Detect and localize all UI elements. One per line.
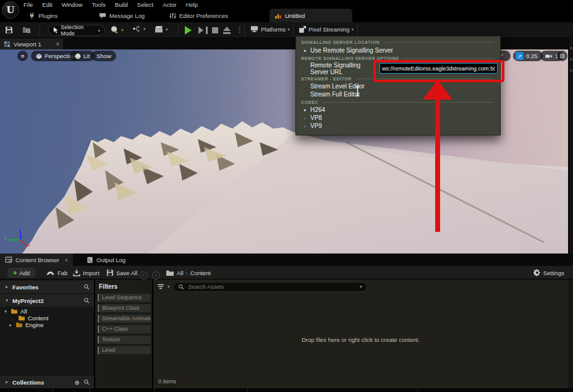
bottom-dock-tab-bar: Content Browser × Output Log — [0, 254, 573, 266]
save-button[interactable] — [5, 26, 13, 34]
menu-build[interactable]: Build — [115, 1, 128, 8]
filter-level-sequence[interactable]: Level Sequence — [98, 294, 151, 302]
tab-viewport-1[interactable]: Viewport 1 × — [0, 38, 63, 49]
close-icon[interactable]: × — [56, 41, 59, 48]
asset-tab-bar: Plugins Message Log Editor Preferences U… — [0, 9, 573, 22]
item-count: 0 items — [158, 378, 176, 385]
empty-folder-message: Drop files here or right click to create… — [153, 336, 568, 343]
cinematics-dropdown[interactable]: ▾ — [155, 25, 168, 33]
search-icon[interactable] — [83, 284, 90, 290]
level-chart-icon — [274, 12, 282, 19]
chevron-down-icon: ▾ — [98, 28, 100, 33]
clapperboard-icon — [155, 25, 164, 33]
menu-help[interactable]: Help — [185, 1, 198, 8]
sliders-icon — [169, 12, 176, 19]
menu-item-stream-full-editor[interactable]: Stream Full Editor — [296, 90, 500, 98]
blueprints-dropdown[interactable]: ▾ — [132, 25, 146, 32]
filter-blueprint-class[interactable]: Blueprint Class — [98, 304, 151, 312]
menu-item-use-remote-signalling[interactable]: ● Use Remote Signalling Server — [296, 46, 500, 54]
tab-plugins[interactable]: Plugins — [23, 9, 62, 22]
folder-icon — [18, 315, 25, 321]
tab-untitled[interactable]: Untitled — [270, 9, 352, 22]
menu-item-codec-vp8[interactable]: ● VP8 — [296, 114, 500, 122]
browse-content-button[interactable] — [22, 26, 31, 34]
menu-window[interactable]: Window — [62, 1, 83, 8]
menu-item-codec-h264[interactable]: ● H264 — [296, 106, 500, 114]
cursor-icon — [53, 27, 58, 34]
filter-cpp-class[interactable]: C++ Class — [98, 325, 151, 333]
radio-on-icon: ● — [303, 108, 310, 112]
eject-button[interactable] — [223, 27, 231, 34]
folder-icon — [166, 270, 174, 276]
unreal-logo: U — [2, 1, 19, 19]
content-browser-toolbar: + Add Fab Import Save All ‹ › All › Cont… — [0, 266, 573, 279]
add-actor-dropdown[interactable]: + ▾ — [110, 25, 124, 35]
maximize-viewport-button[interactable]: ⊞ — [557, 51, 567, 61]
show-dropdown[interactable]: Show — [91, 51, 116, 61]
import-button[interactable]: Import — [73, 266, 100, 279]
filter-texture[interactable]: Texture — [98, 336, 151, 344]
menu-edit[interactable]: Edit — [42, 1, 52, 8]
folder-search-icon — [22, 26, 31, 34]
skip-icon — [198, 27, 203, 34]
breadcrumb-current[interactable]: Content — [190, 270, 211, 276]
menu-select[interactable]: Select — [137, 1, 153, 8]
play-icon — [185, 26, 192, 35]
tab-content-browser[interactable]: Content Browser × — [0, 254, 73, 266]
tree-item-all[interactable]: ▾ All — [0, 308, 94, 315]
tree-item-engine[interactable]: ▸ Engine — [0, 322, 94, 328]
play-options-kebab[interactable]: ⋮ — [236, 25, 244, 34]
viewport-options-button[interactable]: ≡ — [17, 51, 28, 61]
scale-snap-icon: ↗ — [516, 52, 524, 60]
back-icon: ‹ — [143, 272, 145, 278]
axis-y-label: y — [4, 235, 7, 240]
search-icon[interactable] — [83, 379, 90, 385]
menu-tools[interactable]: Tools — [91, 1, 105, 8]
search-assets-input[interactable] — [187, 283, 357, 291]
menu-item-stream-level-editor[interactable]: Stream Level Editor — [296, 82, 500, 90]
collections-header[interactable]: ▸ Collections ⊕ — [0, 376, 94, 388]
radio-off-icon: ● — [303, 116, 310, 120]
axis-gizmo: z y x — [4, 226, 32, 247]
menu-item-codec-vp9[interactable]: ● VP9 — [296, 122, 500, 130]
status-bar — [0, 388, 573, 392]
filter-level[interactable]: Level — [98, 346, 151, 354]
add-collection-icon[interactable]: ⊕ — [75, 379, 80, 386]
filter-funnel-icon[interactable] — [157, 284, 164, 289]
fab-button[interactable]: Fab — [46, 266, 67, 279]
tab-message-log[interactable]: Message Log — [94, 9, 150, 22]
folder-icon — [11, 309, 18, 314]
platforms-dropdown[interactable]: Platforms ▾ — [250, 25, 290, 33]
asset-search-box[interactable]: ▾ — [173, 282, 367, 292]
eject-icon — [223, 27, 231, 31]
stop-button[interactable] — [212, 27, 218, 33]
settings-button[interactable]: Settings — [533, 266, 564, 279]
menu-actor[interactable]: Actor — [163, 1, 176, 8]
selection-mode-dropdown[interactable]: Selection Mode ▾ — [48, 25, 105, 36]
collapsed-side-panel[interactable] — [568, 38, 573, 254]
filters-title: Filters — [99, 283, 148, 290]
filter-streamable-animatic[interactable]: Streamable Animatic — [98, 315, 151, 323]
project-header[interactable]: ▾ MyProject2 — [0, 294, 94, 307]
play-button[interactable] — [185, 26, 192, 35]
annotation-arrow-head — [423, 80, 452, 100]
add-button[interactable]: + Add — [7, 268, 35, 278]
chevron-down-icon[interactable]: ▾ — [168, 284, 170, 289]
asset-view[interactable]: ▾ ▾ Drop files here or right click to cr… — [153, 279, 568, 388]
breadcrumb-root[interactable]: All — [177, 270, 184, 276]
tab-editor-preferences[interactable]: Editor Preferences — [164, 9, 233, 22]
kebab-icon: ⋮ — [236, 25, 244, 34]
tree-item-content[interactable]: Content — [0, 315, 94, 322]
pixel-streaming-dropdown[interactable]: Pixel Streaming ▾ — [299, 25, 354, 33]
search-icon[interactable] — [83, 297, 90, 304]
chevron-down-icon[interactable]: ▾ — [360, 284, 362, 289]
menu-file[interactable]: File — [23, 1, 33, 8]
filters-panel: Filters Level Sequence Blueprint Class S… — [94, 279, 153, 388]
favorites-header[interactable]: ▸ Favorites — [0, 281, 94, 293]
save-all-button[interactable]: Save All — [106, 266, 137, 279]
tab-output-log[interactable]: Output Log — [82, 254, 130, 266]
radio-off-icon: ● — [303, 124, 310, 128]
frame-skip-button[interactable] — [198, 27, 208, 34]
scale-snap-button[interactable]: ↗ 0.25 — [513, 51, 543, 61]
close-icon[interactable]: × — [65, 257, 69, 263]
